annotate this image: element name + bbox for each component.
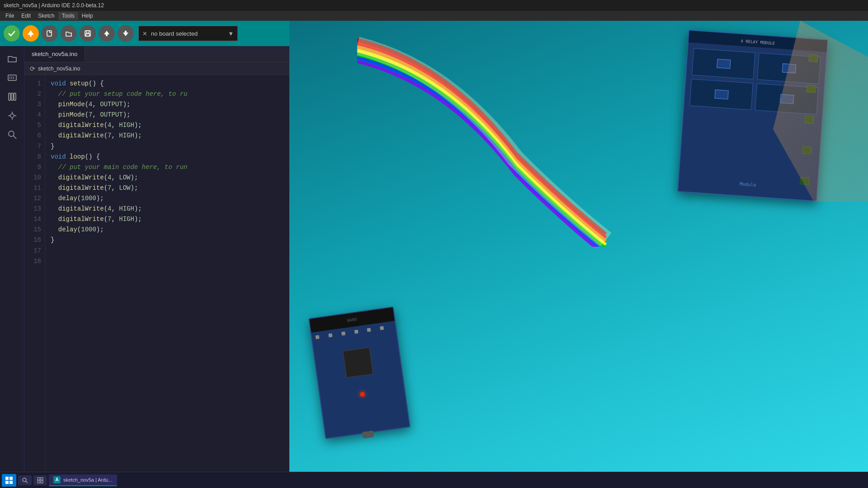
- file-tree-name: sketch_nov5a.ino: [38, 66, 80, 72]
- code-content[interactable]: void setup() { // put your setup code he…: [45, 75, 289, 488]
- menu-bar: File Edit Sketch Tools Help: [0, 11, 868, 21]
- svg-rect-16: [14, 93, 16, 100]
- sidebar-folder[interactable]: [3, 50, 21, 68]
- svg-rect-9: [125, 31, 127, 33]
- new-button[interactable]: [42, 25, 58, 42]
- toolbar: ✕ no board selected ▼: [0, 21, 289, 46]
- svg-rect-32: [38, 481, 40, 483]
- editor-area: sketch_nov5a.ino ⟳ sketch_nov5a.ino 1234…: [24, 46, 289, 488]
- svg-rect-26: [5, 481, 9, 484]
- code-editor[interactable]: 123456789101112131415161718 void setup()…: [24, 75, 289, 488]
- verify-button[interactable]: [4, 25, 20, 42]
- tab-label: sketch_nov5a.ino: [32, 51, 77, 57]
- taskbar-app-label: sketch_nov5a | Ardu...: [63, 477, 113, 483]
- svg-point-17: [10, 114, 14, 117]
- sidebar-board[interactable]: [3, 69, 21, 87]
- board-name: no board selected: [151, 30, 198, 37]
- save-button[interactable]: [80, 25, 96, 42]
- upload-button[interactable]: [23, 25, 39, 42]
- svg-marker-8: [123, 33, 128, 36]
- file-tree-icon: ⟳: [30, 65, 35, 72]
- svg-rect-7: [106, 34, 108, 36]
- svg-rect-27: [9, 481, 13, 484]
- menu-file[interactable]: File: [2, 12, 18, 20]
- editor-tab-sketch[interactable]: sketch_nov5a.ino: [24, 46, 85, 62]
- sidebar: [0, 46, 24, 488]
- menu-help[interactable]: Help: [78, 12, 97, 20]
- board-close-icon[interactable]: ✕: [142, 30, 147, 37]
- windows-start-button[interactable]: [2, 474, 16, 487]
- window-title: sketch_nov5a | Arduino IDE 2.0.0-beta.12: [4, 2, 104, 9]
- svg-rect-33: [41, 481, 43, 483]
- menu-tools[interactable]: Tools: [58, 12, 78, 20]
- menu-edit[interactable]: Edit: [18, 12, 34, 20]
- svg-marker-0: [28, 30, 34, 35]
- svg-line-23: [14, 136, 16, 139]
- rainbow-cable: [357, 21, 674, 247]
- svg-rect-30: [38, 478, 40, 480]
- photo-area: NANO: [289, 21, 868, 488]
- arduino-nano-board: NANO: [308, 306, 410, 439]
- line-numbers: 123456789101112131415161718: [24, 75, 45, 488]
- sidebar-search[interactable]: [3, 126, 21, 144]
- svg-rect-1: [30, 34, 32, 37]
- download-arrow-button[interactable]: [118, 25, 134, 42]
- svg-rect-25: [9, 477, 13, 480]
- svg-point-28: [23, 478, 26, 482]
- open-button[interactable]: [61, 25, 77, 42]
- upload-arrow-button[interactable]: [99, 25, 115, 42]
- taskbar-search[interactable]: [18, 475, 32, 485]
- svg-rect-15: [11, 93, 13, 100]
- svg-line-29: [26, 481, 28, 483]
- svg-rect-31: [41, 478, 43, 480]
- svg-rect-24: [5, 477, 9, 480]
- svg-rect-10: [8, 75, 16, 80]
- board-dropdown-icon[interactable]: ▼: [228, 30, 234, 37]
- menu-sketch[interactable]: Sketch: [34, 12, 58, 20]
- file-tree: ⟳ sketch_nov5a.ino: [24, 62, 289, 75]
- svg-point-22: [9, 131, 14, 136]
- svg-rect-14: [9, 93, 10, 100]
- taskbar-task-view[interactable]: [33, 475, 47, 485]
- svg-rect-2: [47, 31, 52, 36]
- taskbar: A sketch_nov5a | Ardu...: [0, 472, 868, 488]
- sidebar-debug[interactable]: [3, 107, 21, 125]
- sidebar-library[interactable]: [3, 88, 21, 106]
- title-bar: sketch_nov5a | Arduino IDE 2.0.0-beta.12: [0, 0, 868, 11]
- tab-bar: sketch_nov5a.ino: [24, 46, 289, 62]
- svg-rect-4: [86, 31, 89, 33]
- taskbar-arduino-app[interactable]: A sketch_nov5a | Ardu...: [49, 474, 117, 486]
- board-selector[interactable]: ✕ no board selected ▼: [138, 26, 238, 41]
- svg-rect-5: [86, 34, 90, 36]
- svg-marker-6: [104, 31, 109, 34]
